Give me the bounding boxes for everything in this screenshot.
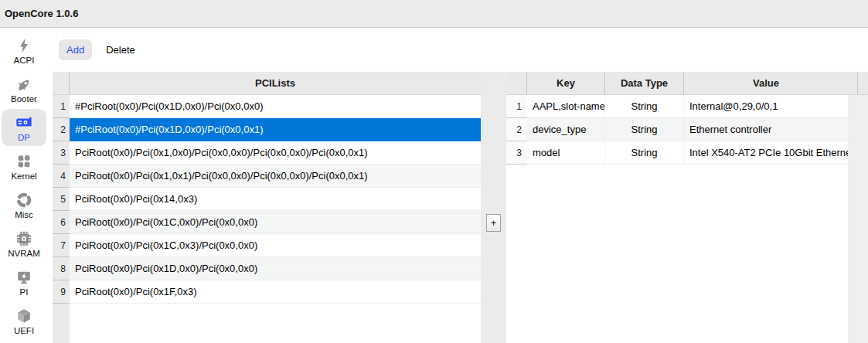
sidebar-item-acpi[interactable]: ACPI (2, 32, 46, 69)
row-number: 6 (53, 211, 70, 234)
lightning-icon (15, 36, 32, 55)
sidebar-item-uefi[interactable]: UEFI (2, 302, 46, 339)
pci-list-row[interactable]: 1#PciRoot(0x0)/Pci(0x1D,0x0)/Pci(0x0,0x0… (53, 95, 481, 118)
pci-header-corner (53, 72, 70, 94)
property-key-cell[interactable]: AAPL,slot-name (527, 95, 605, 118)
property-key-cell[interactable]: device_type (527, 118, 605, 141)
pci-path-cell[interactable]: PciRoot(0x0)/Pci(0x14,0x3) (70, 188, 481, 211)
properties-body: 1AAPL,slot-nameStringInternal@0,29,0/0,1… (506, 95, 848, 165)
pci-path-cell[interactable]: PciRoot(0x0)/Pci(0x1C,0x0)/Pci(0x0,0x0) (70, 211, 481, 234)
sidebar-item-label: NVRAM (8, 249, 40, 258)
sidebar-item-label: ACPI (14, 56, 35, 65)
properties-header: Key Data Type Value (506, 72, 848, 95)
window-titlebar: OpenCore 1.0.6 (0, 0, 868, 28)
pci-list-row[interactable]: 4PciRoot(0x0)/Pci(0x1,0x1)/Pci(0x0,0x0)/… (53, 165, 481, 188)
right-edge-header-cell (848, 72, 858, 94)
pci-gutter-filler (53, 304, 70, 343)
pci-lists-table: PCILists 1#PciRoot(0x0)/Pci(0x1D,0x0)/Pc… (53, 72, 481, 343)
properties-table: Key Data Type Value 1AAPL,slot-nameStrin… (506, 72, 848, 343)
column-header-key[interactable]: Key (527, 72, 605, 94)
row-number: 4 (53, 165, 70, 188)
sidebar-item-dp[interactable]: DP (2, 109, 46, 146)
pci-path-cell[interactable]: #PciRoot(0x0)/Pci(0x1D,0x0)/Pci(0x0,0x1) (70, 118, 481, 141)
toolbar: Add Delete (48, 28, 868, 72)
pci-path-cell[interactable]: PciRoot(0x0)/Pci(0x1F,0x3) (70, 280, 481, 304)
monitor-apple-icon (15, 268, 32, 287)
pci-path-cell[interactable]: PciRoot(0x0)/Pci(0x1D,0x0)/Pci(0x0,0x0) (70, 257, 481, 280)
sidebar-item-label: PI (20, 287, 29, 297)
pci-lists-header: PCILists (53, 72, 481, 95)
pci-list-row[interactable]: 5PciRoot(0x0)/Pci(0x14,0x3) (53, 188, 481, 211)
row-number: 9 (53, 280, 70, 304)
chip-icon (15, 229, 32, 248)
segmented-ring-icon (15, 191, 32, 209)
row-number: 8 (53, 257, 70, 280)
pci-list-row[interactable]: 6PciRoot(0x0)/Pci(0x1C,0x0)/Pci(0x0,0x0) (53, 211, 481, 234)
pci-list-row[interactable]: 2#PciRoot(0x0)/Pci(0x1D,0x0)/Pci(0x0,0x1… (53, 118, 481, 141)
property-row[interactable]: 3modelStringIntel X540-AT2 PCIe 10Gbit E… (506, 141, 848, 165)
window-title: OpenCore 1.0.6 (5, 8, 78, 19)
properties-header-corner (506, 72, 527, 94)
row-number: 3 (506, 141, 527, 165)
app-body: ACPIBooterDPKernelMiscNVRAMPIUEFI Add De… (0, 28, 868, 343)
pci-list-row[interactable]: 9PciRoot(0x0)/Pci(0x1F,0x3) (53, 280, 481, 304)
delete-button[interactable]: Delete (106, 44, 135, 56)
property-data-type-cell[interactable]: String (605, 95, 684, 118)
sidebar-item-misc[interactable]: Misc (2, 186, 46, 223)
main-panel: Add Delete PCILists 1#PciRoot(0x0)/Pci(0… (48, 28, 868, 343)
sidebar-item-label: UEFI (14, 326, 34, 335)
row-number: 2 (53, 118, 70, 141)
cube-icon (15, 307, 32, 325)
row-number: 2 (506, 118, 527, 141)
puzzle-cluster-icon (15, 152, 32, 171)
property-value-cell[interactable]: Internal@0,29,0/0,1 (684, 95, 848, 118)
property-data-type-cell[interactable]: String (605, 141, 684, 165)
sidebar-item-label: Booter (11, 94, 37, 104)
sidebar-item-label: DP (18, 133, 30, 142)
sidebar-item-label: Misc (15, 210, 33, 219)
pci-path-cell[interactable]: PciRoot(0x0)/Pci(0x1,0x1)/Pci(0x0,0x0)/P… (70, 165, 481, 188)
row-number: 5 (53, 188, 70, 211)
add-button[interactable]: Add (59, 39, 92, 60)
row-number: 7 (53, 234, 70, 257)
property-value-cell[interactable]: Intel X540-AT2 PCIe 10Gbit Ethernet (684, 141, 848, 165)
gpu-card-icon (15, 114, 32, 132)
pci-path-cell[interactable]: PciRoot(0x0)/Pci(0x1C,0x3)/Pci(0x0,0x0) (70, 234, 481, 257)
pci-lists-filler (53, 304, 481, 343)
sidebar: ACPIBooterDPKernelMiscNVRAMPIUEFI (0, 28, 48, 343)
rocket-icon (15, 75, 32, 93)
property-value-cell[interactable]: Ethernet controller (684, 118, 848, 141)
pci-list-row[interactable]: 8PciRoot(0x0)/Pci(0x1D,0x0)/Pci(0x0,0x0) (53, 257, 481, 280)
pci-path-cell[interactable]: PciRoot(0x0)/Pci(0x1,0x0)/Pci(0x0,0x0)/P… (70, 141, 481, 165)
row-number: 1 (53, 95, 70, 118)
pci-lists-title: PCILists (70, 72, 481, 94)
row-number: 1 (506, 95, 527, 118)
column-header-value[interactable]: Value (684, 72, 848, 94)
sidebar-item-pi[interactable]: PI (2, 263, 46, 301)
property-data-type-cell[interactable]: String (605, 118, 684, 141)
pci-path-cell[interactable]: #PciRoot(0x0)/Pci(0x1D,0x0)/Pci(0x0,0x0) (70, 95, 481, 118)
add-property-row-button[interactable]: + (486, 214, 501, 232)
right-edge-header (848, 72, 868, 95)
property-row[interactable]: 1AAPL,slot-nameStringInternal@0,29,0/0,1 (506, 95, 848, 118)
sidebar-item-label: Kernel (11, 172, 36, 181)
sidebar-item-kernel[interactable]: Kernel (2, 148, 46, 185)
property-row[interactable]: 2device_typeStringEthernet controller (506, 118, 848, 141)
table-gap: + (481, 72, 506, 343)
row-number: 3 (53, 141, 70, 165)
right-edge-area (848, 72, 868, 343)
right-edge-body (848, 95, 868, 343)
properties-filler (506, 165, 848, 343)
sidebar-item-nvram[interactable]: NVRAM (2, 225, 46, 262)
pci-list-row[interactable]: 7PciRoot(0x0)/Pci(0x1C,0x3)/Pci(0x0,0x0) (53, 234, 481, 257)
property-key-cell[interactable]: model (527, 141, 605, 165)
pci-body-filler (70, 304, 481, 343)
sidebar-item-booter[interactable]: Booter (2, 70, 46, 107)
pci-list-row[interactable]: 3PciRoot(0x0)/Pci(0x1,0x0)/Pci(0x0,0x0)/… (53, 141, 481, 165)
column-header-data-type[interactable]: Data Type (605, 72, 684, 94)
tables-area: PCILists 1#PciRoot(0x0)/Pci(0x1D,0x0)/Pc… (53, 72, 868, 343)
pci-lists-body: 1#PciRoot(0x0)/Pci(0x1D,0x0)/Pci(0x0,0x0… (53, 95, 481, 304)
